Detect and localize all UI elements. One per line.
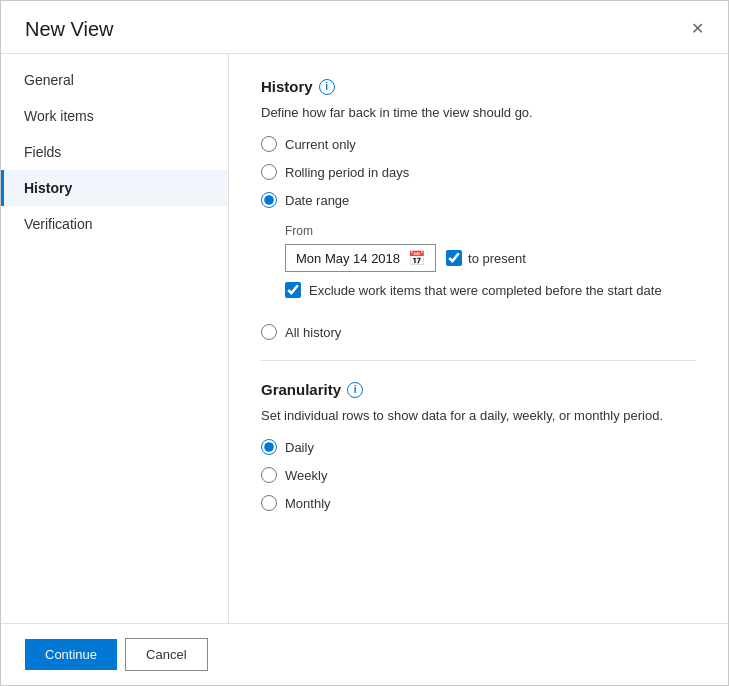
sidebar: General Work items Fields History Verifi… xyxy=(1,54,229,623)
date-range-section: From Mon May 14 2018 📅 to present xyxy=(285,224,696,308)
close-button[interactable]: ✕ xyxy=(687,17,708,41)
dialog-body: General Work items Fields History Verifi… xyxy=(1,54,728,623)
cancel-button[interactable]: Cancel xyxy=(125,638,207,671)
radio-rolling-period[interactable] xyxy=(261,164,277,180)
history-option-date-range[interactable]: Date range xyxy=(261,192,696,208)
granularity-info-icon[interactable]: i xyxy=(347,382,363,398)
history-description: Define how far back in time the view sho… xyxy=(261,105,696,120)
granularity-radio-group: Daily Weekly Monthly xyxy=(261,439,696,511)
granularity-option-monthly[interactable]: Monthly xyxy=(261,495,696,511)
radio-monthly[interactable] xyxy=(261,495,277,511)
radio-date-range[interactable] xyxy=(261,192,277,208)
granularity-option-daily[interactable]: Daily xyxy=(261,439,696,455)
history-option-all-history[interactable]: All history xyxy=(261,324,696,340)
calendar-icon: 📅 xyxy=(408,250,425,266)
dialog-title: New View xyxy=(25,18,114,41)
history-option-rolling-period[interactable]: Rolling period in days xyxy=(261,164,696,180)
continue-button[interactable]: Continue xyxy=(25,639,117,670)
sidebar-item-fields[interactable]: Fields xyxy=(1,134,228,170)
history-info-icon[interactable]: i xyxy=(319,79,335,95)
date-input[interactable]: Mon May 14 2018 📅 xyxy=(285,244,436,272)
sidebar-item-work-items[interactable]: Work items xyxy=(1,98,228,134)
radio-daily[interactable] xyxy=(261,439,277,455)
content-area: History i Define how far back in time th… xyxy=(229,54,728,623)
radio-weekly[interactable] xyxy=(261,467,277,483)
granularity-description: Set individual rows to show data for a d… xyxy=(261,408,696,423)
exclude-checkbox-row: Exclude work items that were completed b… xyxy=(285,282,696,298)
granularity-section-title: Granularity i xyxy=(261,381,696,398)
to-present: to present xyxy=(446,250,526,266)
from-row: Mon May 14 2018 📅 to present xyxy=(285,244,696,272)
granularity-option-weekly[interactable]: Weekly xyxy=(261,467,696,483)
history-section-title: History i xyxy=(261,78,696,95)
dialog: New View ✕ General Work items Fields His… xyxy=(0,0,729,686)
section-divider xyxy=(261,360,696,361)
sidebar-item-verification[interactable]: Verification xyxy=(1,206,228,242)
dialog-header: New View ✕ xyxy=(1,1,728,54)
history-option-current-only[interactable]: Current only xyxy=(261,136,696,152)
sidebar-item-general[interactable]: General xyxy=(1,62,228,98)
history-radio-group: Current only Rolling period in days Date… xyxy=(261,136,696,340)
from-label: From xyxy=(285,224,696,238)
radio-all-history[interactable] xyxy=(261,324,277,340)
dialog-footer: Continue Cancel xyxy=(1,623,728,685)
sidebar-item-history[interactable]: History xyxy=(1,170,228,206)
exclude-checkbox[interactable] xyxy=(285,282,301,298)
radio-current-only[interactable] xyxy=(261,136,277,152)
to-present-checkbox[interactable] xyxy=(446,250,462,266)
